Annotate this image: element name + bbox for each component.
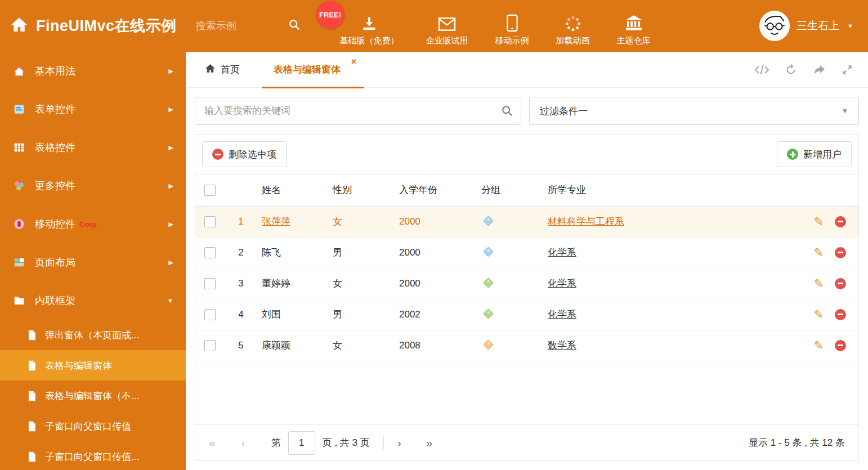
source-code-icon[interactable] <box>754 64 769 76</box>
sidebar-subitem-child-to-parent-2[interactable]: 子窗口向父窗口传值... <box>0 441 186 470</box>
col-header-gender[interactable]: 性别 <box>328 174 395 206</box>
chevron-down-icon: ▼ <box>842 107 848 115</box>
share-icon[interactable] <box>812 64 826 76</box>
minus-circle-icon <box>212 149 223 160</box>
sidebar-subitem-child-to-parent[interactable]: 子窗口向父窗口传值 <box>0 411 186 441</box>
student-name: 董婷婷 <box>262 278 290 289</box>
table-row[interactable]: 5 康颖颖 女 2008 数学系 ✎ <box>195 330 858 361</box>
nav-item-loading-animation[interactable]: 加载动画 <box>554 0 592 52</box>
student-gender: 女 <box>328 330 395 361</box>
delete-selected-button[interactable]: 删除选中项 <box>202 141 287 167</box>
student-year: 2002 <box>395 299 477 330</box>
header-search-input[interactable] <box>196 20 280 32</box>
sidebar-subitem-popup-window[interactable]: 弹出窗体（本页面或... <box>0 320 186 350</box>
row-checkbox[interactable] <box>204 216 216 227</box>
sidebar-item-page-layout[interactable]: 页面布局 ▶ <box>0 243 186 281</box>
nav-item-theme-repo[interactable]: 主题仓库 <box>615 0 653 52</box>
student-name: 陈飞 <box>262 247 281 258</box>
delete-selected-label: 删除选中项 <box>229 148 276 161</box>
major-link[interactable]: 材料科学与工程系 <box>548 216 624 227</box>
add-user-button[interactable]: 新增用户 <box>777 141 852 167</box>
app-logo[interactable]: FineUIMvc在线示例 <box>0 16 177 36</box>
file-icon <box>26 391 37 401</box>
file-icon <box>26 360 37 371</box>
nav-item-mobile-demo[interactable]: 移动示例 <box>493 0 531 52</box>
frame-icon <box>12 294 26 307</box>
sidebar-subitem-label: 子窗口向父窗口传值... <box>45 450 139 463</box>
table-row[interactable]: 3 董婷婷 女 2000 化学系 ✎ <box>195 268 858 299</box>
chevron-right-icon: ▶ <box>169 68 173 75</box>
last-page-icon[interactable]: » <box>426 436 433 450</box>
table-row[interactable]: 4 刘国 男 2002 化学系 ✎ <box>195 299 858 330</box>
delete-icon[interactable] <box>835 340 846 351</box>
col-header-name[interactable]: 姓名 <box>257 174 328 206</box>
major-link[interactable]: 化学系 <box>548 247 576 258</box>
major-link[interactable]: 化学系 <box>548 309 576 320</box>
prev-page-icon[interactable]: ‹ <box>241 436 245 450</box>
search-icon[interactable] <box>288 19 301 33</box>
sidebar-item-inline-frame[interactable]: 内联框架 ▼ <box>0 281 186 320</box>
edit-icon[interactable]: ✎ <box>813 308 824 320</box>
sidebar-item-grid-controls[interactable]: 表格控件 ▶ <box>0 128 186 167</box>
tab-bar: 首页 表格与编辑窗体 × <box>186 52 868 88</box>
tag-icon <box>483 308 493 319</box>
nav-label: 基础版（免费） <box>340 35 399 46</box>
sidebar-item-mobile-controls[interactable]: 移动控件 Corp. ▶ <box>0 205 186 243</box>
sidebar-item-basic-usage[interactable]: 基本用法 ▶ <box>0 52 186 90</box>
edit-icon[interactable]: ✎ <box>813 216 824 227</box>
major-link[interactable]: 化学系 <box>548 278 576 289</box>
tag-icon <box>483 216 493 226</box>
tab-toolbar <box>754 64 853 76</box>
envelope-icon <box>438 13 456 32</box>
row-checkbox[interactable] <box>204 340 216 351</box>
edit-icon[interactable]: ✎ <box>813 247 824 258</box>
edit-icon[interactable]: ✎ <box>813 277 824 289</box>
search-icon[interactable] <box>501 105 513 119</box>
nav-item-basic-free[interactable]: FREE! 基础版（免费） <box>338 0 401 52</box>
nav-label: 加载动画 <box>556 35 590 46</box>
table-search <box>195 97 521 125</box>
sidebar-subitem-grid-edit-window[interactable]: 表格与编辑窗体 <box>0 350 186 381</box>
sidebar-item-more-controls[interactable]: 更多控件 ▶ <box>0 167 186 205</box>
delete-icon[interactable] <box>835 216 846 227</box>
edit-icon[interactable]: ✎ <box>813 339 824 351</box>
delete-icon[interactable] <box>835 278 846 289</box>
search-input[interactable] <box>195 97 521 125</box>
refresh-icon[interactable] <box>785 64 797 76</box>
row-checkbox[interactable] <box>204 278 216 289</box>
nav-item-enterprise-trial[interactable]: 企业版试用 <box>424 0 471 52</box>
close-icon[interactable]: × <box>351 57 356 67</box>
user-menu[interactable]: 三生石上 ▼ <box>759 11 868 41</box>
delete-icon[interactable] <box>835 309 846 320</box>
row-checkbox[interactable] <box>204 309 216 320</box>
tab-home-label: 首页 <box>221 63 240 76</box>
select-all-checkbox[interactable] <box>204 185 216 196</box>
col-header-group[interactable]: 分组 <box>477 174 543 206</box>
page-number-input[interactable] <box>288 431 315 455</box>
fullscreen-icon[interactable] <box>841 64 853 76</box>
delete-icon[interactable] <box>835 247 846 258</box>
chevron-down-icon: ▼ <box>167 297 173 304</box>
filter-row: 过滤条件一 ▼ <box>186 88 868 134</box>
header-nav: FREE! 基础版（免费） 企业版试用 移动示例 加载动画 <box>338 0 653 52</box>
spinner-icon <box>565 13 581 32</box>
col-header-major[interactable]: 所学专业 <box>543 174 795 206</box>
col-header-year[interactable]: 入学年份 <box>395 174 477 206</box>
table-row[interactable]: 1 张萍萍 女 2000 材料科学与工程系 ✎ <box>195 206 858 237</box>
first-page-icon[interactable]: « <box>209 436 216 450</box>
row-checkbox[interactable] <box>204 247 216 258</box>
student-year: 2000 <box>395 237 477 268</box>
tab-grid-edit-window[interactable]: 表格与编辑窗体 × <box>262 52 364 88</box>
sidebar-item-form-controls[interactable]: 表单控件 ▶ <box>0 90 186 128</box>
tab-home[interactable]: 首页 <box>200 52 244 88</box>
table-row[interactable]: 2 陈飞 男 2000 化学系 ✎ <box>195 237 858 268</box>
sidebar-subitem-grid-edit-window-2[interactable]: 表格与编辑窗体（不... <box>0 381 186 411</box>
next-page-icon[interactable]: › <box>397 436 401 450</box>
nav-label: 主题仓库 <box>617 35 651 46</box>
file-icon <box>26 330 37 341</box>
major-link[interactable]: 数学系 <box>548 340 576 351</box>
filter-dropdown[interactable]: 过滤条件一 ▼ <box>529 97 859 125</box>
filter-dropdown-value: 过滤条件一 <box>540 105 588 118</box>
row-number: 5 <box>225 330 257 361</box>
col-header-index <box>225 174 257 206</box>
